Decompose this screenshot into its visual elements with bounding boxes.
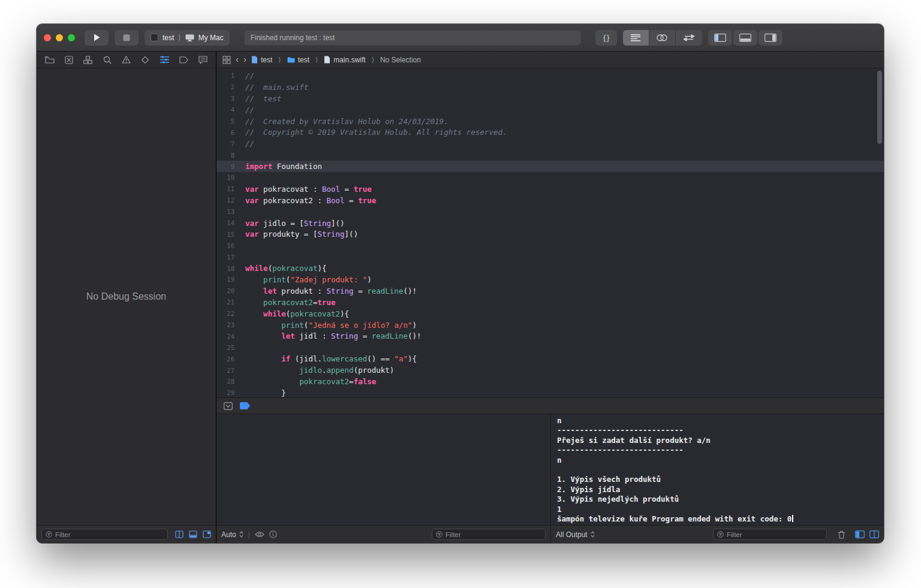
breadcrumb-file[interactable]: main.swift — [324, 56, 365, 64]
line-number[interactable]: 10 — [216, 174, 239, 181]
toggle-debug-area-button[interactable] — [733, 30, 757, 46]
code-line[interactable]: 19 print("Zadej produkt: ") — [216, 274, 884, 285]
code-line[interactable]: 26 if (jidl.lowercased() == "a"){ — [216, 353, 884, 364]
zoom-button[interactable] — [68, 34, 75, 41]
code-line[interactable]: 14var jidlo = [String]() — [216, 218, 884, 229]
code-line[interactable]: 3// test — [216, 93, 884, 104]
console-scope-selector[interactable]: All Output — [556, 530, 595, 539]
line-number[interactable]: 25 — [216, 344, 239, 351]
code-line[interactable]: 20 let produkt : String = readLine()! — [216, 285, 884, 297]
code-line[interactable]: 5// Created by Vratislav Holub on 24/03/… — [216, 116, 884, 127]
project-navigator-icon[interactable] — [44, 54, 56, 66]
line-number[interactable]: 24 — [216, 333, 239, 340]
code-line[interactable]: 11var pokracovat : Bool = true — [216, 183, 884, 195]
variables-view[interactable] — [216, 414, 550, 525]
line-number[interactable]: 19 — [216, 276, 239, 283]
source-editor[interactable]: 1//2// main.swift3// test4//5// Created … — [216, 68, 884, 397]
breakpoint-navigator-icon[interactable] — [177, 54, 189, 66]
code-line[interactable]: 2// main.swift — [216, 82, 884, 93]
report-navigator-icon[interactable] — [197, 54, 209, 66]
code-line[interactable]: 22 while(pokracovat2){ — [216, 308, 884, 319]
code-line[interactable]: 15var produkty = [String]() — [216, 228, 884, 240]
symbol-navigator-icon[interactable] — [82, 54, 94, 66]
line-number[interactable]: 2 — [216, 83, 239, 91]
eye-icon[interactable] — [255, 531, 264, 538]
line-number[interactable]: 23 — [216, 321, 239, 328]
console-filter-field[interactable]: Filter — [713, 529, 827, 540]
library-button[interactable]: { } — [595, 30, 617, 46]
navigator-filter-field[interactable]: Filter — [41, 529, 168, 540]
code-line[interactable]: 7// — [216, 138, 884, 149]
run-button[interactable] — [85, 30, 109, 46]
line-number[interactable]: 9 — [216, 163, 239, 170]
clear-console-icon[interactable] — [838, 530, 845, 539]
code-line[interactable]: 4// — [216, 104, 884, 116]
line-number[interactable]: 27 — [216, 367, 239, 374]
code-line[interactable]: 9import Foundation — [216, 161, 884, 172]
breadcrumb-project[interactable]: test — [251, 56, 272, 64]
code-line[interactable]: 28 pokracovat2=false — [216, 376, 884, 387]
thread-view-icon[interactable] — [175, 530, 183, 538]
code-line[interactable]: 8 — [216, 149, 884, 161]
issue-navigator-icon[interactable] — [121, 54, 133, 66]
debug-navigator-icon[interactable] — [158, 54, 170, 66]
info-icon[interactable] — [269, 530, 277, 538]
code-line[interactable]: 18while(pokracovat){ — [216, 263, 884, 274]
code-line[interactable]: 10 — [216, 172, 884, 183]
line-number[interactable]: 22 — [216, 310, 239, 317]
breadcrumb-group[interactable]: test — [287, 56, 309, 64]
line-number[interactable]: 20 — [216, 287, 239, 294]
line-number[interactable]: 26 — [216, 355, 239, 363]
variables-scope-selector[interactable]: Auto — [221, 530, 243, 539]
code-line[interactable]: 21 pokracovat2=true — [216, 297, 884, 308]
version-editor-button[interactable] — [676, 30, 702, 46]
line-number[interactable]: 5 — [216, 117, 239, 125]
line-number[interactable]: 13 — [216, 208, 239, 215]
back-button[interactable]: ‹ — [236, 55, 239, 64]
forward-button[interactable]: › — [243, 55, 246, 64]
line-number[interactable]: 11 — [216, 185, 239, 192]
code-line[interactable]: 12var pokracovat2 : Bool = true — [216, 195, 884, 206]
line-number[interactable]: 15 — [216, 231, 239, 238]
scrollbar[interactable] — [877, 71, 882, 144]
line-number[interactable]: 6 — [216, 129, 239, 136]
code-line[interactable]: 17 — [216, 251, 884, 263]
code-line[interactable]: 6// Copyright © 2019 Vratislav Holub. Al… — [216, 126, 884, 138]
assistant-editor-button[interactable] — [649, 30, 676, 46]
minimize-button[interactable] — [56, 34, 63, 41]
variables-filter-field[interactable]: Filter — [432, 529, 546, 540]
related-items-icon[interactable] — [222, 56, 231, 64]
find-navigator-icon[interactable] — [101, 54, 113, 66]
standard-editor-button[interactable] — [623, 30, 649, 46]
code-line[interactable]: 25 — [216, 342, 884, 353]
queue-view-icon[interactable] — [189, 530, 197, 538]
line-number[interactable]: 12 — [216, 197, 239, 204]
memory-graph-icon[interactable] — [203, 530, 211, 538]
line-number[interactable]: 7 — [216, 140, 239, 147]
console-split-right-icon[interactable] — [869, 530, 879, 538]
code-line[interactable]: 16 — [216, 240, 884, 251]
console-output[interactable]: n----------------------------Přeješ si z… — [551, 414, 884, 525]
stop-button[interactable] — [115, 30, 139, 46]
scheme-selector[interactable]: test ⟩ My Mac — [145, 30, 230, 46]
code-line[interactable]: 13 — [216, 206, 884, 218]
line-number[interactable]: 4 — [216, 106, 239, 113]
code-line[interactable]: 29 } — [216, 387, 884, 397]
line-number[interactable]: 17 — [216, 254, 239, 261]
line-number[interactable]: 1 — [216, 72, 239, 79]
breakpoints-toggle-icon[interactable] — [240, 402, 250, 409]
test-navigator-icon[interactable] — [139, 54, 151, 66]
line-number[interactable]: 29 — [216, 389, 239, 396]
toggle-navigator-button[interactable] — [708, 30, 732, 46]
line-number[interactable]: 3 — [216, 95, 239, 102]
line-number[interactable]: 16 — [216, 242, 239, 249]
code-line[interactable]: 23 print("Jedná se o jídlo? a/n") — [216, 319, 884, 331]
code-line[interactable]: 24 let jidl : String = readLine()! — [216, 330, 884, 342]
source-control-navigator-icon[interactable] — [63, 54, 75, 66]
line-number[interactable]: 18 — [216, 265, 239, 272]
close-button[interactable] — [44, 34, 51, 41]
breadcrumb-selection[interactable]: No Selection — [380, 56, 421, 64]
code-line[interactable]: 27 jidlo.append(produkt) — [216, 364, 884, 376]
toggle-inspectors-button[interactable] — [759, 30, 782, 46]
code-line[interactable]: 1// — [216, 70, 884, 82]
